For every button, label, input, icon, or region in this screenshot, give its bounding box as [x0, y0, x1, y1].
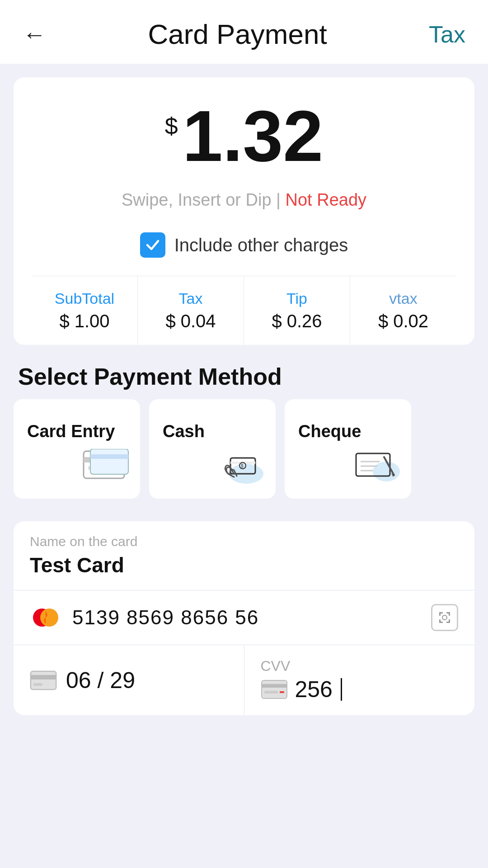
svg-rect-30 [31, 675, 56, 679]
payment-method-card-entry[interactable]: Card Entry [14, 399, 140, 499]
swipe-instruction: Swipe, Insert or Dip | [122, 190, 286, 209]
amount-value: 1.32 [183, 100, 323, 172]
cvv-label: CVV [261, 658, 459, 675]
breakdown-vtax: vtax $ 0.02 [350, 276, 456, 345]
cvv-row: 256 [261, 676, 459, 703]
svg-rect-4 [90, 449, 128, 474]
svg-text:$: $ [241, 463, 244, 468]
scan-icon[interactable] [431, 604, 458, 631]
section-title: Select Payment Method [0, 345, 488, 399]
cash-label: Cash [163, 422, 205, 441]
subtotal-label: SubTotal [36, 290, 133, 307]
expiry-value: 06 / 29 [66, 667, 135, 693]
cursor [341, 678, 342, 701]
svg-rect-31 [33, 683, 42, 686]
expiry-card-icon [30, 670, 57, 690]
card-entry-label: Card Entry [27, 422, 115, 441]
amount-display: $ 1.32 [32, 100, 456, 181]
svg-rect-27 [449, 619, 450, 623]
card-name-field[interactable]: Name on the card Test Card [14, 521, 474, 590]
vtax-amount: $ 0.02 [355, 311, 452, 331]
card-number-value: 5139 8569 8656 56 [72, 606, 420, 629]
card-name-label: Name on the card [30, 534, 458, 549]
payment-methods: Card Entry Cash $ [0, 399, 488, 503]
expiry-slash: / [98, 668, 110, 693]
cheque-icon [352, 449, 402, 485]
svg-rect-34 [264, 691, 278, 693]
cvv-card-icon [261, 679, 288, 699]
expiry-field[interactable]: 06 / 29 [14, 645, 244, 715]
card-form: Name on the card Test Card 5139 8569 865… [14, 521, 474, 715]
svg-rect-29 [31, 671, 56, 689]
tip-label: Tip [249, 290, 345, 307]
svg-rect-35 [280, 691, 284, 693]
subtotal-amount: $ 1.00 [36, 311, 133, 331]
svg-point-28 [442, 615, 447, 620]
page-title: Card Payment [148, 18, 327, 50]
svg-point-11 [373, 462, 400, 481]
card-name-value: Test Card [30, 553, 458, 577]
svg-rect-21 [439, 612, 441, 616]
card-entry-icon [81, 449, 131, 485]
amount-card: $ 1.32 Swipe, Insert or Dip | Not Ready … [14, 77, 474, 345]
tax-label: Tax [142, 290, 239, 307]
tax-amount: $ 0.04 [142, 311, 239, 331]
breakdown-subtotal: SubTotal $ 1.00 [32, 276, 138, 345]
include-charges-label: Include other charges [174, 235, 348, 255]
status-badge: Not Ready [286, 190, 367, 209]
cvv-value: 256 [295, 676, 333, 703]
payment-method-cash[interactable]: Cash $ [149, 399, 276, 499]
tax-button[interactable]: Tax [429, 21, 465, 48]
mastercard-icon [30, 606, 61, 629]
swipe-status: Swipe, Insert or Dip | Not Ready [32, 181, 456, 223]
include-charges-row[interactable]: Include other charges [32, 223, 456, 276]
cvv-field[interactable]: CVV 256 [244, 645, 475, 715]
svg-rect-5 [90, 454, 128, 459]
payment-method-cheque[interactable]: Cheque [285, 399, 411, 499]
svg-rect-32 [262, 680, 287, 698]
svg-rect-25 [439, 619, 441, 623]
card-number-field[interactable]: 5139 8569 8656 56 [14, 590, 474, 645]
breakdown-tip: Tip $ 0.26 [244, 276, 350, 345]
dollar-sign: $ [165, 113, 178, 140]
tip-amount: $ 0.26 [249, 311, 345, 331]
svg-rect-33 [262, 684, 287, 688]
back-button[interactable]: ← [23, 23, 46, 46]
vtax-label: vtax [355, 290, 452, 307]
svg-point-19 [40, 609, 58, 627]
cash-icon: $ [217, 449, 267, 485]
cheque-label: Cheque [298, 422, 361, 441]
svg-rect-23 [449, 612, 450, 616]
breakdown-grid: SubTotal $ 1.00 Tax $ 0.04 Tip $ 0.26 vt… [32, 276, 456, 345]
include-charges-checkbox[interactable] [140, 232, 165, 258]
header: ← Card Payment Tax [0, 0, 488, 64]
expiry-cvv-row: 06 / 29 CVV 256 [14, 645, 474, 715]
breakdown-tax: Tax $ 0.04 [138, 276, 244, 345]
